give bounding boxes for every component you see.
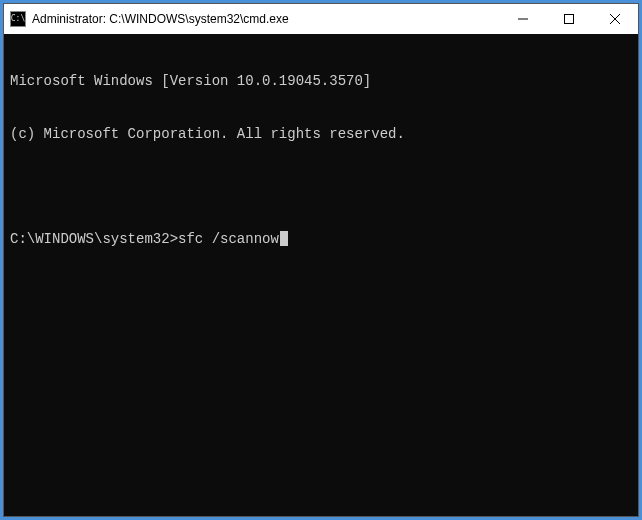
terminal-prompt: C:\WINDOWS\system32> bbox=[10, 231, 178, 249]
minimize-button[interactable] bbox=[500, 4, 546, 34]
terminal-output-line: Microsoft Windows [Version 10.0.19045.35… bbox=[10, 73, 632, 91]
window-controls bbox=[500, 4, 638, 34]
minimize-icon bbox=[518, 14, 528, 24]
terminal-command[interactable]: sfc /scannow bbox=[178, 231, 279, 249]
maximize-icon bbox=[564, 14, 574, 24]
terminal-cursor bbox=[280, 231, 288, 246]
window-title: Administrator: C:\WINDOWS\system32\cmd.e… bbox=[32, 12, 500, 26]
svg-rect-1 bbox=[565, 15, 574, 24]
terminal-area[interactable]: Microsoft Windows [Version 10.0.19045.35… bbox=[4, 34, 638, 516]
titlebar[interactable]: C:\ Administrator: C:\WINDOWS\system32\c… bbox=[4, 4, 638, 34]
terminal-output-line: (c) Microsoft Corporation. All rights re… bbox=[10, 126, 632, 144]
terminal-blank-line bbox=[10, 178, 632, 196]
terminal-prompt-line: C:\WINDOWS\system32>sfc /scannow bbox=[10, 231, 632, 249]
maximize-button[interactable] bbox=[546, 4, 592, 34]
cmd-window: C:\ Administrator: C:\WINDOWS\system32\c… bbox=[3, 3, 639, 517]
cmd-icon: C:\ bbox=[10, 11, 26, 27]
close-icon bbox=[610, 14, 620, 24]
close-button[interactable] bbox=[592, 4, 638, 34]
